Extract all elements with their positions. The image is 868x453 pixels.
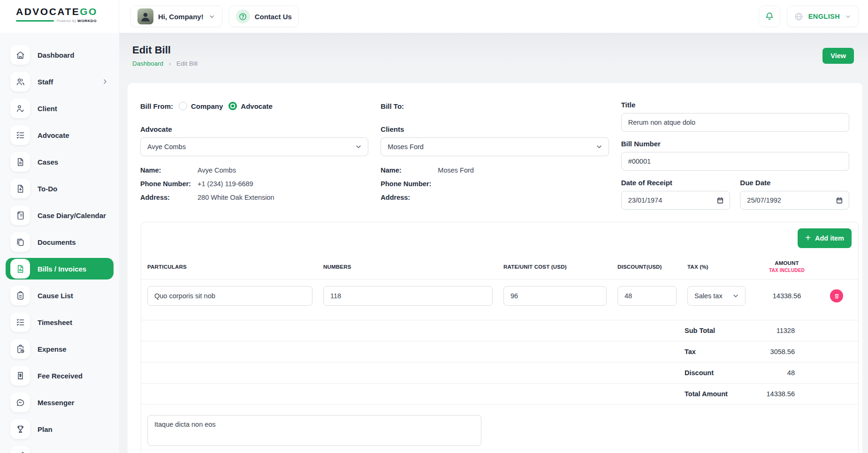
- bill-number-input[interactable]: [621, 152, 849, 171]
- sidebar-item-messenger[interactable]: Messenger: [6, 392, 114, 413]
- sidebar-item-documents[interactable]: Documents: [6, 231, 114, 253]
- particulars-input[interactable]: [147, 286, 312, 306]
- bell-icon: [764, 11, 775, 22]
- brand-logo[interactable]: ADVOCATEGO Powered By WORKDO: [0, 0, 119, 33]
- sidebar-item-crm[interactable]: CRM: [6, 445, 114, 453]
- clients-label: Clients: [381, 125, 609, 133]
- tax-included-note: TAX INCLUDED: [756, 268, 817, 273]
- sidebar-item-staff[interactable]: Staff: [6, 71, 114, 92]
- clipboard-clock-icon: [10, 339, 30, 359]
- sidebar-item-todo[interactable]: To-Do: [6, 178, 114, 199]
- sidebar-item-dashboard[interactable]: Dashboard: [6, 44, 114, 66]
- discount-input[interactable]: [617, 286, 677, 306]
- discount-row: Discount 48: [141, 362, 858, 384]
- clipboard-icon: [10, 286, 30, 305]
- sidebar-item-expense[interactable]: Expense: [6, 338, 114, 360]
- chevron-right-icon: [101, 78, 109, 85]
- date-of-receipt-label: Date of Receipt: [621, 179, 731, 187]
- clients-select[interactable]: Moses Ford: [381, 137, 609, 156]
- list-check-icon: [10, 312, 30, 332]
- powered-by: Powered By WORKDO: [57, 19, 97, 23]
- tax-value: 3058.56: [755, 348, 795, 355]
- trophy-icon: [10, 419, 30, 439]
- view-button[interactable]: View: [822, 48, 854, 64]
- brand-underline: [16, 20, 54, 22]
- trash-icon: [834, 293, 840, 299]
- sidebar-item-fee-received[interactable]: Fee Received: [6, 365, 114, 386]
- date-of-receipt-input[interactable]: [621, 191, 731, 210]
- chevron-down-icon: [208, 13, 215, 20]
- users-icon: [10, 72, 30, 91]
- subtotal-value: 11328: [755, 327, 795, 334]
- col-rate: RATE/UNIT COST (USD): [503, 264, 607, 270]
- breadcrumb-current: Edit Bill: [176, 60, 198, 67]
- total-amount-row: Total Amount 14338.56: [141, 384, 858, 405]
- col-amount: AMOUNT TAX INCLUDED: [756, 260, 817, 273]
- sidebar-item-bills-invoices[interactable]: Bills / Invoices: [6, 258, 114, 279]
- advocate-label: Advocate: [140, 125, 368, 133]
- brand-wordmark: ADVOCATEGO: [16, 6, 119, 17]
- bill-form-card: Bill From: Company Advocate Advocate Avy…: [128, 83, 862, 453]
- advocate-phone-value: +1 (234) 119-6689: [198, 180, 253, 188]
- sidebar-item-cause-list[interactable]: Cause List: [6, 285, 114, 306]
- bill-to-section: Bill To: Clients Moses Ford Name:Moses F…: [381, 101, 609, 210]
- items-table-header: PARTICULARS NUMBERS RATE/UNIT COST (USD)…: [141, 254, 858, 279]
- bill-to-label: Bill To:: [381, 102, 404, 110]
- row-amount: 14338.56: [756, 286, 817, 306]
- page-header: Edit Bill Dashboard › Edit Bill View: [119, 33, 868, 83]
- due-date-input[interactable]: [740, 191, 849, 210]
- sidebar-item-case-diary[interactable]: Case Diary/Calendar: [6, 204, 114, 226]
- due-date-label: Due Date: [740, 179, 849, 187]
- language-selector[interactable]: ENGLISH: [787, 6, 859, 27]
- radio-advocate-control[interactable]: [228, 102, 237, 110]
- topbar: ADVOCATEGO Powered By WORKDO Hi, Company…: [0, 0, 868, 33]
- copy-icon: [10, 232, 30, 252]
- app-root: ADVOCATEGO Powered By WORKDO Hi, Company…: [0, 0, 868, 453]
- notifications-button[interactable]: [759, 6, 780, 27]
- bill-from-label: Bill From:: [140, 102, 173, 110]
- notes-textarea[interactable]: Itaque dicta non eos: [147, 415, 481, 446]
- advocate-details: Name:Avye Combs Phone Number:+1 (234) 11…: [140, 166, 368, 201]
- breadcrumb-separator: ›: [169, 60, 171, 67]
- client-details: Name:Moses Ford Phone Number: Address:: [381, 166, 609, 201]
- numbers-input[interactable]: [323, 286, 493, 306]
- tax-row: Tax 3058.56: [141, 341, 858, 362]
- rate-input[interactable]: [503, 286, 607, 306]
- radio-company-control[interactable]: [179, 102, 187, 110]
- breadcrumb-dashboard-link[interactable]: Dashboard: [132, 60, 163, 67]
- sidebar-item-client[interactable]: Client: [6, 98, 114, 119]
- sidebar-item-plan[interactable]: Plan: [6, 418, 114, 440]
- user-avatar: [137, 8, 153, 24]
- sidebar-item-advocate[interactable]: Advocate: [6, 124, 114, 146]
- sidebar-item-cases[interactable]: Cases: [6, 151, 114, 173]
- tax-select[interactable]: Sales tax: [687, 286, 746, 306]
- line-items-section: + Add item PARTICULARS NUMBERS RATE/UNIT…: [141, 222, 859, 453]
- contact-us-label: Contact Us: [255, 13, 292, 21]
- title-input[interactable]: [621, 113, 849, 132]
- person-icon: [139, 10, 152, 23]
- language-label: ENGLISH: [808, 13, 840, 20]
- network-icon: [10, 446, 30, 453]
- bill-from-section: Bill From: Company Advocate Advocate Avy…: [140, 101, 368, 210]
- list-check-icon: [10, 125, 30, 145]
- file-chart-icon: [10, 259, 30, 279]
- radio-advocate[interactable]: Advocate: [228, 102, 273, 110]
- sidebar-item-timesheet[interactable]: Timesheet: [6, 311, 114, 333]
- total-amount-value: 14338.56: [755, 390, 795, 398]
- contact-us-button[interactable]: Contact Us: [229, 6, 299, 27]
- col-numbers: NUMBERS: [323, 264, 493, 270]
- add-item-button[interactable]: + Add item: [798, 228, 852, 248]
- greeting-label: Hi, Company!: [158, 13, 204, 21]
- subtotal-row: Sub Total 11328: [141, 320, 858, 341]
- radio-company[interactable]: Company: [179, 102, 223, 110]
- col-particulars: PARTICULARS: [147, 264, 312, 270]
- user-menu-button[interactable]: Hi, Company!: [130, 6, 222, 27]
- file-icon: [10, 152, 30, 172]
- col-tax: TAX (%): [687, 264, 746, 270]
- chat-icon: [10, 393, 30, 412]
- advocate-select[interactable]: Avye Combs: [140, 137, 368, 156]
- delete-item-button[interactable]: [830, 289, 843, 302]
- bill-number-label: Bill Number: [621, 140, 849, 148]
- help-icon: [236, 9, 250, 23]
- file-plus-icon: [10, 179, 30, 198]
